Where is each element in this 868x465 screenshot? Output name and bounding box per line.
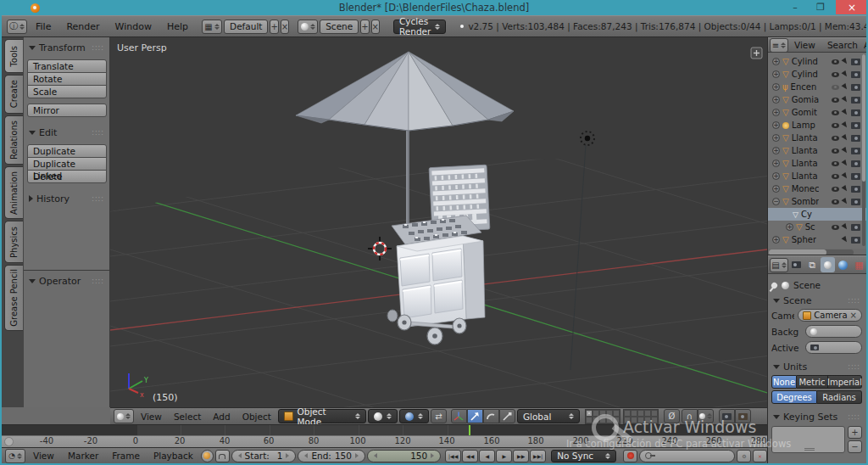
renderable-camera-icon[interactable] (851, 173, 860, 180)
active-clip-selector[interactable] (805, 341, 862, 354)
umbrella-canopy[interactable] (296, 52, 514, 131)
renderable-camera-icon[interactable] (851, 135, 860, 142)
selectable-cursor-icon[interactable] (842, 96, 849, 104)
expand-icon[interactable]: + (772, 83, 780, 91)
outliner-row[interactable]: −▽Sombr (767, 195, 866, 208)
cursor-3d[interactable] (368, 237, 392, 261)
editor-type-info-button[interactable]: ⓘ (7, 20, 27, 34)
keying-sets-list[interactable] (771, 426, 845, 453)
outliner-row[interactable]: +ψEncen (767, 81, 866, 93)
tab-render[interactable] (789, 257, 804, 272)
outliner-row[interactable]: +▽Gomit (767, 106, 866, 119)
current-frame-marker[interactable] (469, 425, 470, 435)
selectable-cursor-icon[interactable] (842, 172, 849, 180)
auto-keyframe-toggle[interactable] (623, 450, 638, 462)
screen-layout-icon-button[interactable]: ▦ (202, 20, 222, 34)
outliner-row[interactable]: +▽Sc (767, 221, 866, 233)
outliner[interactable]: +▽Cylind +▽Cylind +ψEncen +▽Gomia +▽Gomi… (767, 53, 866, 249)
visibility-eye-icon[interactable] (832, 161, 839, 166)
use-preview-range-toggle[interactable] (201, 450, 214, 462)
timeline-playback-menu[interactable]: Playback (147, 451, 199, 461)
history-panel-header[interactable]: History:::: (27, 192, 106, 205)
visibility-eye-icon[interactable] (832, 123, 839, 128)
panel-grip-icon[interactable]: :::: (92, 129, 104, 137)
expand-icon[interactable]: + (772, 160, 780, 167)
layers-widget[interactable] (585, 409, 659, 424)
keying-set-remove-button[interactable]: − (848, 440, 862, 453)
selectable-cursor-icon[interactable] (842, 160, 849, 167)
scene-icon-button[interactable] (298, 20, 318, 34)
panel-grip-icon[interactable]: :::: (92, 277, 104, 285)
outliner-search-menu[interactable]: Search (821, 40, 864, 50)
collapse-icon[interactable]: − (772, 198, 780, 205)
expand-icon[interactable]: + (772, 70, 780, 78)
expand-icon[interactable]: + (772, 172, 780, 180)
keying-set-add-button[interactable]: + (848, 426, 862, 439)
selectable-cursor-icon[interactable] (842, 70, 849, 78)
menu-window[interactable]: Window (108, 21, 159, 32)
selectable-cursor-icon[interactable] (842, 147, 849, 154)
manipulator-translate-button[interactable] (467, 409, 483, 423)
outliner-vscrollbar[interactable] (862, 54, 865, 246)
tab-grease-pencil[interactable]: Grease Pencil (4, 265, 23, 331)
editor-type-outliner-button[interactable]: ≡ (770, 38, 788, 53)
minimize-button[interactable]: – (783, 0, 807, 14)
units-none-button[interactable]: None (771, 375, 797, 389)
tab-world[interactable] (836, 257, 850, 272)
visibility-eye-icon[interactable] (832, 59, 839, 64)
tab-object[interactable]: ▦ (852, 257, 866, 272)
mirror-button[interactable]: Mirror (27, 104, 107, 117)
expand-icon[interactable]: + (786, 223, 793, 231)
renderable-camera-icon[interactable] (851, 199, 860, 205)
pin-icon[interactable] (771, 281, 779, 289)
panel-grip-icon[interactable]: :::: (92, 44, 104, 52)
outliner-row[interactable]: +▽Llanta (767, 132, 866, 144)
insert-keyframe-button[interactable]: ⚙ (737, 450, 751, 462)
outliner-row-selected[interactable]: ▽Cy (767, 208, 866, 221)
snap-magnet-toggle[interactable]: ∩ (682, 409, 698, 423)
outliner-row[interactable]: +▽Gomia (767, 93, 866, 106)
units-degrees-button[interactable]: Degrees (771, 390, 817, 404)
layout-add-button[interactable]: + (270, 20, 278, 34)
pivot-align-toggle[interactable]: ⇄ (431, 409, 447, 423)
expand-icon[interactable]: + (772, 134, 780, 142)
visibility-eye-icon[interactable] (832, 85, 839, 90)
edit-panel-header[interactable]: Edit:::: (27, 126, 106, 139)
renderable-camera-icon[interactable] (851, 84, 860, 91)
visibility-eye-icon[interactable] (832, 98, 839, 103)
scene-selector[interactable]: Scene (320, 20, 359, 34)
background-scene-selector[interactable] (805, 325, 862, 338)
clear-camera-icon[interactable]: × (850, 311, 857, 320)
snap-element-selector[interactable] (698, 409, 714, 423)
region-expand-icon[interactable] (751, 48, 762, 59)
tab-animation[interactable]: Animation (4, 166, 23, 219)
scale-button[interactable]: Scale (27, 85, 107, 98)
selectable-cursor-icon[interactable] (842, 121, 849, 129)
menu-render[interactable]: Render (59, 21, 106, 32)
selectable-cursor-icon[interactable] (842, 134, 849, 142)
visibility-eye-icon[interactable] (832, 199, 839, 204)
prev-keyframe-button[interactable]: ◀◀ (462, 450, 478, 462)
camera-selector[interactable]: Camera× (798, 309, 862, 322)
expand-icon[interactable]: + (772, 147, 780, 154)
manipulator-toggle[interactable] (451, 409, 467, 423)
play-reverse-button[interactable]: ◀ (479, 450, 495, 462)
expand-icon[interactable]: + (772, 185, 780, 193)
editor-type-properties-button[interactable]: ▤ (770, 258, 788, 272)
manipulator-rotate-button[interactable] (483, 409, 499, 423)
view-menu[interactable]: View (136, 412, 167, 422)
cart-body[interactable] (397, 236, 485, 328)
visibility-eye-icon[interactable] (832, 136, 839, 141)
panel-grip-icon[interactable]: :::: (848, 413, 860, 421)
menu-help[interactable]: Help (160, 21, 195, 32)
duplicate-button[interactable]: Duplicate (27, 144, 107, 158)
timeline-number-band[interactable] (2, 435, 767, 448)
tab-relations[interactable]: Relations (4, 115, 23, 165)
viewport-shading-selector[interactable] (368, 409, 398, 423)
outliner-row[interactable]: +▽Monec (767, 182, 866, 195)
opengl-render-anim-button[interactable] (735, 409, 751, 423)
expand-icon[interactable]: + (772, 121, 780, 129)
selectable-cursor-icon[interactable] (842, 236, 849, 244)
play-button[interactable]: ▶ (496, 450, 512, 462)
selectable-cursor-icon[interactable] (842, 198, 849, 205)
